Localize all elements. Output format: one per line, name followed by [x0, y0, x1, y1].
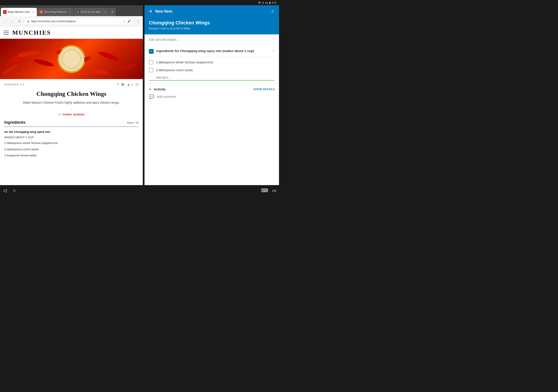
refresh-icon: ↻ — [18, 20, 21, 23]
hero-decoration — [0, 39, 143, 79]
activity-header: ≡ Activity SHOW DETAILS — [149, 87, 275, 92]
trello-body: ✓ Ingredients for Chongqing wing spicy m… — [145, 34, 279, 185]
pocket-icon[interactable]: ◷ — [136, 83, 139, 86]
browser-menu-button[interactable]: ⋮ — [135, 18, 141, 24]
makes-text: MAKES ABOUT 1 CUP — [4, 136, 139, 139]
trello-description-section — [145, 34, 279, 46]
battery-icon: ▮ — [269, 1, 270, 4]
card-meta-prefix: Recipes I need to try — [149, 27, 173, 30]
bluetooth-icon: ⌘ — [258, 1, 261, 4]
trello-header: ✕ New Item ✓ — [145, 5, 279, 17]
main-area: M Make Mission Chin × F Becoming Rihanna… — [0, 5, 279, 185]
author-label: BY — [58, 113, 62, 116]
trello-close-button[interactable]: ✕ — [149, 9, 153, 14]
show-details-button[interactable]: SHOW DETAILS — [253, 88, 275, 91]
pinterest-icon[interactable]: 𝐩 — [128, 83, 130, 86]
checklist-section: ✓ Ingredients for Chongqing wing spicy m… — [145, 46, 279, 83]
tab1-label: Make Mission Chin — [8, 10, 30, 14]
tab-becoming-rihanna[interactable]: F Becoming Rihanna × — [37, 8, 73, 16]
minus-circle-icon: ⊖ — [262, 1, 264, 4]
article-subtitle: Make Mission Chinese Food's highly addic… — [4, 100, 139, 105]
back-nav-button[interactable]: ◁ — [0, 186, 9, 195]
checklist-title: Ingredients for Chongqing wing spicy mix… — [156, 49, 270, 53]
trello-card-meta: Recipes I need to try in list To Make — [149, 27, 275, 30]
servings-text: SERVINGS: 4-6 — [4, 83, 24, 86]
svg-point-10 — [61, 48, 82, 70]
activity-title: Activity — [154, 87, 166, 91]
trello-panel: ✕ New Item ✓ Chongqing Chicken Wings Rec… — [145, 5, 279, 185]
forward-button[interactable]: › — [9, 18, 15, 24]
card-meta-list: To Make — [180, 27, 190, 30]
tab-make-mission[interactable]: M Make Mission Chin × — [1, 8, 37, 16]
tab1-favicon: M — [3, 10, 7, 14]
social-icons: f 🐦 𝐩 t ◷ — [117, 83, 139, 86]
mic-icon[interactable]: 🎤 — [127, 20, 131, 23]
activity-header-left: ≡ Activity — [149, 87, 166, 92]
checklist-item-text-2: 2 tablespoons cumin seeds — [156, 68, 193, 72]
home-nav-button[interactable]: ○ — [9, 186, 19, 195]
author-line: BY DANNY BOWIEN — [4, 113, 139, 116]
windows-icon: ▭ — [272, 188, 277, 193]
add-item-row — [149, 74, 275, 81]
svg-point-7 — [88, 67, 108, 76]
tab3-close-btn[interactable]: × — [103, 10, 107, 14]
new-tab-btn[interactable]: + — [109, 8, 116, 16]
forward-arrow-icon: › — [12, 20, 13, 23]
add-item-input[interactable] — [156, 75, 275, 80]
trello-confirm-button[interactable]: ✓ — [271, 9, 275, 14]
svg-point-1 — [17, 50, 39, 58]
panel-separator — [143, 5, 145, 185]
svg-point-2 — [33, 58, 54, 68]
status-icons: ⌘ ⊖ ▾▴ ▮ 4:13 — [258, 1, 276, 4]
home-circle-icon: ○ — [13, 188, 16, 193]
browser-panel: M Make Mission Chin × F Becoming Rihanna… — [0, 5, 143, 185]
svg-point-6 — [117, 62, 136, 72]
metric-toggle[interactable]: Metric: off — [127, 121, 139, 124]
tab1-close-btn[interactable]: × — [31, 10, 35, 14]
description-input[interactable] — [149, 38, 275, 41]
tab2-label: Becoming Rihanna — [44, 10, 66, 14]
site-logo: MUNCHIES — [12, 29, 51, 36]
spice-mix-header: for the Chongqing wing spice mix: — [4, 130, 139, 134]
keyboard-nav-button[interactable]: ⌨ — [260, 186, 270, 195]
checklist-checkbox-2[interactable] — [149, 68, 153, 72]
card-meta-in: in list — [174, 27, 179, 30]
add-comment-input[interactable] — [157, 95, 275, 98]
refresh-button[interactable]: ↻ — [17, 18, 23, 24]
address-bar: ‹ › ↻ 🔒 https://munchies.vice.com/en/rec… — [0, 16, 143, 26]
activity-section: ≡ Activity SHOW DETAILS 💬 — [145, 83, 279, 103]
comment-bubble-icon: 💬 — [149, 94, 154, 99]
comment-row: 💬 — [149, 94, 275, 99]
servings-line: SERVINGS: 4-6 f 🐦 𝐩 t ◷ — [4, 83, 139, 86]
svg-point-3 — [2, 63, 20, 76]
checklist-item-text-1: 2 tablespoons whole Sichuan peppercorns — [156, 60, 213, 64]
ingredient-cumin: 2 tablespoons cumin seeds — [4, 147, 139, 151]
windows-nav-button[interactable]: ▭ — [270, 186, 279, 195]
checklist-collapse-button[interactable]: ∧ — [272, 49, 275, 52]
tab3-label: Fonts to run with - — [81, 10, 102, 14]
author-name[interactable]: DANNY BOWIEN — [63, 113, 84, 116]
checklist-checkbox-1[interactable] — [149, 60, 153, 64]
time-display: 4:13 — [272, 1, 276, 4]
wifi-icon: ▾▴ — [265, 1, 268, 4]
article-divider: / — [4, 109, 139, 111]
back-button[interactable]: ‹ — [2, 18, 8, 24]
article-title: Chongqing Chicken Wings — [4, 90, 139, 98]
url-bar[interactable]: 🔒 https://munchies.vice.com/en/recipes/c… — [24, 18, 134, 25]
ingredient-fennel: 2 teaspoons fennel seeds — [4, 153, 139, 157]
tumblr-icon[interactable]: t — [132, 83, 133, 86]
checklist-item-peppercorns: 2 tablespoons whole Sichuan peppercorns — [149, 58, 275, 66]
status-bar: ⌘ ⊖ ▾▴ ▮ 4:13 — [0, 0, 279, 5]
back-triangle-icon: ◁ — [3, 188, 7, 193]
bookmark-icon[interactable]: ☆ — [123, 20, 126, 23]
tab2-close-btn[interactable]: × — [68, 10, 71, 14]
lock-icon: 🔒 — [27, 20, 30, 23]
hamburger-menu-button[interactable] — [3, 31, 9, 35]
facebook-icon[interactable]: f — [117, 83, 118, 86]
checklist-header: ✓ Ingredients for Chongqing wing spicy m… — [149, 49, 275, 54]
twitter-icon[interactable]: 🐦 — [121, 83, 125, 86]
url-action-icons: ☆ 🎤 — [123, 20, 131, 23]
hero-svg — [0, 39, 143, 79]
ingredient-peppercorns: 2 tablespoons whole Sichuan peppercorns — [4, 141, 139, 145]
tab-fonts[interactable]: @ Fonts to run with - × — [74, 8, 109, 16]
